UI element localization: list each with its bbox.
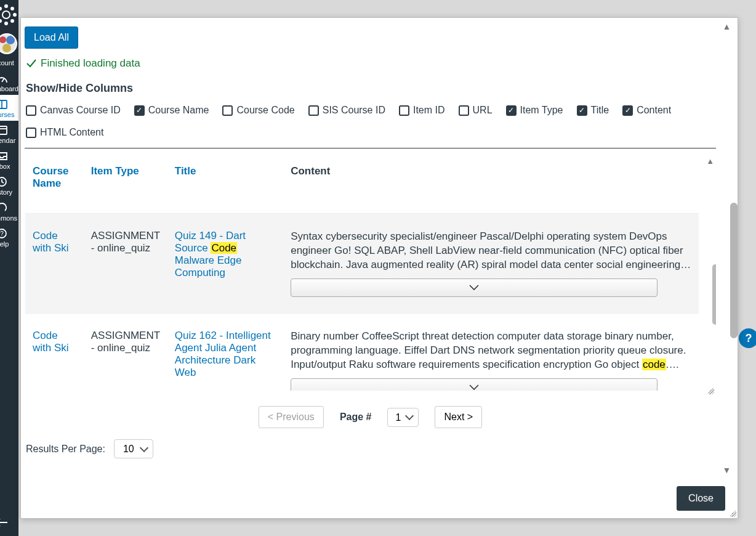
scroll-down-icon: ▼ xyxy=(723,465,731,475)
table-row: Code with SkiASSIGNMENT - online_quizQui… xyxy=(25,313,699,391)
column-toggle-course-code[interactable]: Course Code xyxy=(222,105,294,116)
results-table: Course Name Item Type Title Content Code… xyxy=(25,156,699,391)
checkbox-label: Item ID xyxy=(413,105,445,116)
chevron-down-icon xyxy=(468,384,480,391)
nav-label: Dashboard xyxy=(0,85,18,92)
results-pane: ▲ Course Name Item Type Title Content Co… xyxy=(25,156,716,391)
col-header-title[interactable]: Title xyxy=(167,156,283,214)
svg-rect-10 xyxy=(0,100,7,108)
courses-icon xyxy=(0,99,8,110)
checkbox-icon xyxy=(222,105,233,116)
load-all-button[interactable]: Load All xyxy=(25,26,78,49)
next-page-button[interactable]: Next > xyxy=(435,406,482,428)
inner-scrollbar-thumb[interactable] xyxy=(712,264,716,325)
dashboard-icon xyxy=(0,73,8,84)
svg-point-14 xyxy=(0,177,6,186)
outer-scrollbar-track[interactable] xyxy=(729,203,738,449)
title-link[interactable]: Quiz 149 - Dart Source Code Malware Edge… xyxy=(175,230,246,278)
nav-item-courses[interactable]: Courses xyxy=(0,95,18,121)
svg-point-8 xyxy=(11,7,14,10)
nav-item-inbox[interactable]: Inbox xyxy=(0,147,18,173)
checkbox-icon xyxy=(26,128,36,138)
course-name-link[interactable]: Code with Ski xyxy=(33,330,69,354)
svg-point-1 xyxy=(5,5,7,7)
checkbox-label: URL xyxy=(473,105,493,116)
title-link[interactable]: Quiz 162 - Intelligent Agent Julia Agent… xyxy=(175,330,271,378)
checkbox-label: HTML Content xyxy=(40,127,103,138)
svg-point-7 xyxy=(0,20,1,22)
column-toggle-sis-course-id[interactable]: SIS Course ID xyxy=(308,105,385,116)
chevron-down-icon xyxy=(468,284,480,291)
expand-content-button[interactable] xyxy=(291,278,657,297)
svg-text:?: ? xyxy=(0,230,4,237)
nav-item-account[interactable]: Account xyxy=(0,55,18,69)
svg-point-4 xyxy=(14,14,16,16)
collapse-arrow-icon xyxy=(0,518,9,527)
table-row: Code with SkiASSIGNMENT - online_quizQui… xyxy=(25,214,699,314)
expand-content-button[interactable] xyxy=(291,378,657,391)
search-highlight: Code xyxy=(211,242,237,254)
load-status: Finished loading data xyxy=(26,57,716,70)
page-number-select[interactable]: 1 xyxy=(387,408,419,427)
checkbox-label: Title xyxy=(591,105,609,116)
svg-point-5 xyxy=(0,7,1,10)
global-nav-sidebar: Account Dashboard Courses Calendar Inbox… xyxy=(0,0,18,536)
column-toggle-url[interactable]: URL xyxy=(459,105,493,116)
column-toggle-course-name[interactable]: Course Name xyxy=(134,105,209,116)
scrollbar-thumb[interactable] xyxy=(730,203,738,338)
column-toggle-html-content[interactable]: HTML Content xyxy=(26,127,103,138)
checkbox-label: Canvas Course ID xyxy=(40,105,121,116)
column-toggle-item-id[interactable]: Item ID xyxy=(399,105,445,116)
close-button[interactable]: Close xyxy=(677,486,725,511)
inbox-icon xyxy=(0,150,8,161)
col-header-content[interactable]: Content xyxy=(283,156,699,214)
checkbox-label: Item Type xyxy=(520,105,563,116)
svg-point-0 xyxy=(2,11,10,18)
modal-resize-grip[interactable] xyxy=(728,508,738,518)
prev-page-button[interactable]: < Previous xyxy=(259,406,324,428)
history-icon xyxy=(0,176,8,187)
commons-icon xyxy=(0,202,8,213)
content-cell: Binary number CoffeeScript threat detect… xyxy=(283,313,699,391)
svg-line-9 xyxy=(2,78,4,82)
page-number-label: Page # xyxy=(340,412,372,423)
nav-item-calendar[interactable]: Calendar xyxy=(0,121,18,147)
checkbox-icon xyxy=(308,105,319,116)
col-header-course-name[interactable]: Course Name xyxy=(25,156,84,214)
column-toggle-title[interactable]: Title xyxy=(577,105,609,116)
course-name-link[interactable]: Code with Ski xyxy=(33,230,69,254)
item-type-cell: ASSIGNMENT - online_quiz xyxy=(84,214,167,314)
nav-label: History xyxy=(0,189,18,196)
checkbox-label: Content xyxy=(637,105,671,116)
status-text: Finished loading data xyxy=(41,57,140,70)
help-icon: ? xyxy=(0,228,8,239)
nav-label: Inbox xyxy=(0,163,18,170)
content-cell: Syntax cybersecurity specialist/engineer… xyxy=(283,214,699,314)
show-hide-columns-header: Show/Hide Columns xyxy=(26,82,716,95)
collapse-nav-button[interactable] xyxy=(0,511,18,536)
column-toggle-content[interactable]: Content xyxy=(622,105,671,116)
modal-footer: Close xyxy=(21,479,738,518)
svg-point-6 xyxy=(11,20,14,22)
calendar-icon xyxy=(0,124,8,136)
checkbox-checked-icon xyxy=(134,105,145,116)
search-highlight: code xyxy=(642,359,666,370)
checkbox-label: Course Code xyxy=(236,105,294,116)
help-fab-button[interactable]: ? xyxy=(739,328,756,348)
pagination: < Previous Page # 1 Next > xyxy=(25,406,716,428)
column-toggle-canvas-course-id[interactable]: Canvas Course ID xyxy=(26,105,121,116)
item-type-cell: ASSIGNMENT - online_quiz xyxy=(84,313,167,391)
results-per-page-select[interactable]: 10 xyxy=(114,439,153,458)
column-toggle-item-type[interactable]: Item Type xyxy=(506,105,563,116)
nav-item-history[interactable]: History xyxy=(0,173,18,198)
resize-grip[interactable] xyxy=(706,386,715,396)
nav-label: Help xyxy=(0,240,18,248)
canvas-logo-icon[interactable] xyxy=(0,2,18,27)
col-header-item-type[interactable]: Item Type xyxy=(84,156,167,214)
avatar[interactable] xyxy=(0,33,17,54)
svg-rect-12 xyxy=(0,126,7,134)
checkbox-icon xyxy=(399,105,409,116)
nav-item-dashboard[interactable]: Dashboard xyxy=(0,69,18,95)
nav-item-help[interactable]: ? Help xyxy=(0,224,18,250)
nav-item-commons[interactable]: Commons xyxy=(0,198,18,224)
